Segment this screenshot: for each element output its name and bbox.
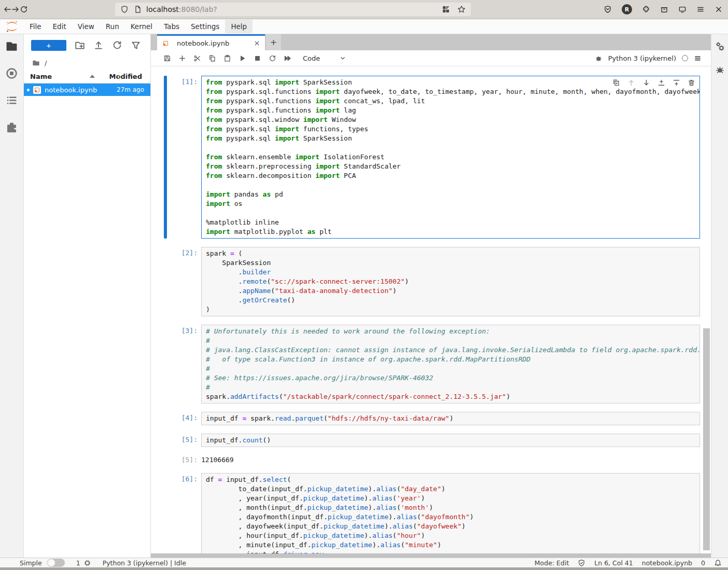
files-icon[interactable] <box>6 40 18 52</box>
file-list-header[interactable]: Name Modified <box>24 69 150 84</box>
run-all-icon-button[interactable] <box>280 52 295 64</box>
url-text[interactable]: localhost:8080/lab? <box>146 5 217 13</box>
extension-icon[interactable] <box>642 5 650 13</box>
delete-icon[interactable] <box>688 79 695 87</box>
menu-help[interactable]: Help <box>225 20 253 33</box>
command-mode-indicator[interactable]: Mode: Edit <box>535 559 569 567</box>
shield-icon[interactable] <box>120 5 129 13</box>
cell-editor[interactable]: # Unfortunately this is needed to work a… <box>201 325 700 404</box>
cell-editor[interactable]: spark = ( SparkSession .builder .remote(… <box>201 247 700 316</box>
profile-avatar[interactable]: R <box>622 4 632 15</box>
save-icon-button[interactable] <box>160 52 175 64</box>
cut-icon-button[interactable] <box>190 52 205 64</box>
forward-icon[interactable] <box>11 5 20 13</box>
kernel-status-icon[interactable] <box>682 55 688 61</box>
archive-icon[interactable] <box>660 5 668 13</box>
kernel-name[interactable]: Python 3 (ipykernel) <box>608 54 676 62</box>
status-filename[interactable]: notebook.ipynb <box>642 559 692 567</box>
upload-icon[interactable] <box>93 40 104 50</box>
menu-settings[interactable]: Settings <box>185 20 225 33</box>
cell-editor[interactable]: df = input_df.select( to_date(input_df.p… <box>201 473 700 553</box>
page-icon[interactable] <box>134 5 142 13</box>
tab-close-icon[interactable] <box>254 40 260 47</box>
code-cell: [3]:# Unfortunately this is needed to wo… <box>151 325 711 404</box>
menu-file[interactable]: File <box>24 20 47 33</box>
cut-icon[interactable] <box>193 54 201 62</box>
cell-collapser[interactable] <box>164 412 167 425</box>
menu-view[interactable]: View <box>72 20 100 33</box>
insert-below-icon[interactable] <box>673 79 680 87</box>
trust-shield-icon[interactable] <box>578 559 585 567</box>
puzzle-icon[interactable] <box>6 121 18 133</box>
display-icon[interactable] <box>678 5 687 13</box>
copy-icon[interactable] <box>208 54 216 62</box>
run-all-icon[interactable] <box>284 54 291 62</box>
toolbar-menu-icon[interactable] <box>694 54 702 62</box>
restart-icon-button[interactable] <box>265 52 280 64</box>
insert-above-icon[interactable] <box>657 79 665 87</box>
column-modified[interactable]: Modified <box>109 73 144 80</box>
cell-collapser[interactable] <box>164 247 167 316</box>
duplicate-icon[interactable] <box>612 79 620 87</box>
restart-icon[interactable] <box>269 54 276 62</box>
back-icon[interactable] <box>3 5 11 13</box>
cell-editor[interactable]: input_df = spark.read.parquet("hdfs://hd… <box>201 412 700 425</box>
new-folder-icon[interactable] <box>75 40 85 50</box>
simple-mode-toggle[interactable] <box>47 559 65 567</box>
reload-icon[interactable] <box>20 5 28 13</box>
run-icon[interactable] <box>239 54 246 62</box>
refresh-icon[interactable] <box>112 40 122 50</box>
new-launcher-button[interactable]: + <box>31 40 66 51</box>
add-cell-icon-button[interactable] <box>175 52 190 64</box>
breadcrumb[interactable]: / <box>24 56 150 69</box>
stop-icon-button[interactable] <box>250 52 265 64</box>
close-icon[interactable] <box>715 5 723 13</box>
add-cell-icon[interactable] <box>178 54 186 62</box>
debugger-bug-icon[interactable] <box>595 54 603 62</box>
cell-editor[interactable]: from pyspark.sql import SparkSessionfrom… <box>201 76 700 239</box>
horizontal-scrollbar[interactable] <box>151 553 711 558</box>
tab-notebook[interactable]: notebook.ipynb <box>157 34 265 50</box>
new-tab-button[interactable]: + <box>266 34 281 50</box>
chip-icon[interactable] <box>83 559 91 567</box>
menu-icon[interactable] <box>696 5 705 13</box>
vertical-scrollbar[interactable] <box>703 328 710 550</box>
menu-run[interactable]: Run <box>100 20 125 33</box>
menu-kernel[interactable]: Kernel <box>125 20 158 33</box>
save-icon[interactable] <box>163 54 171 62</box>
stop-icon[interactable] <box>254 54 261 62</box>
debugger-icon[interactable] <box>715 65 725 75</box>
filter-icon[interactable] <box>131 40 141 50</box>
cell-collapser[interactable] <box>164 473 167 553</box>
cell-collapser[interactable] <box>164 454 167 464</box>
cell-editor[interactable]: input_df.count() <box>201 434 700 447</box>
column-name[interactable]: Name <box>30 73 52 80</box>
toc-icon[interactable] <box>6 94 18 106</box>
move-up-icon[interactable] <box>627 79 635 87</box>
notebook-content[interactable]: [1]:from pyspark.sql import SparkSession… <box>151 66 711 553</box>
paste-icon-button[interactable] <box>220 52 235 64</box>
paste-icon[interactable] <box>223 54 231 62</box>
bell-icon[interactable] <box>714 559 722 567</box>
grid-icon[interactable] <box>442 5 450 13</box>
cell-collapser[interactable] <box>164 76 167 239</box>
cell-collapser[interactable] <box>164 325 167 404</box>
star-icon[interactable] <box>457 5 466 13</box>
copy-icon-button[interactable] <box>205 52 220 64</box>
file-row[interactable]: notebook.ipynb27m ago <box>24 84 150 96</box>
pocket-icon[interactable] <box>604 5 612 13</box>
running-icon[interactable] <box>6 67 18 79</box>
move-down-icon[interactable] <box>642 79 650 87</box>
run-icon-button[interactable] <box>235 52 250 64</box>
breadcrumb-root[interactable]: / <box>45 59 47 67</box>
cell-collapser[interactable] <box>164 434 167 447</box>
kernel-status-text[interactable]: Python 3 (ipykernel) | Idle <box>103 559 186 567</box>
chevron-down-icon[interactable] <box>339 54 346 62</box>
code-cell: [1]:from pyspark.sql import SparkSession… <box>151 76 711 239</box>
url-bar[interactable]: localhost:8080/lab? <box>115 3 471 16</box>
property-inspector-icon[interactable] <box>715 41 725 51</box>
menu-tabs[interactable]: Tabs <box>158 20 185 33</box>
menu-edit[interactable]: Edit <box>47 20 72 33</box>
cell-type-select[interactable]: Code <box>303 54 320 62</box>
cursor-position[interactable]: Ln 6, Col 41 <box>594 559 633 567</box>
